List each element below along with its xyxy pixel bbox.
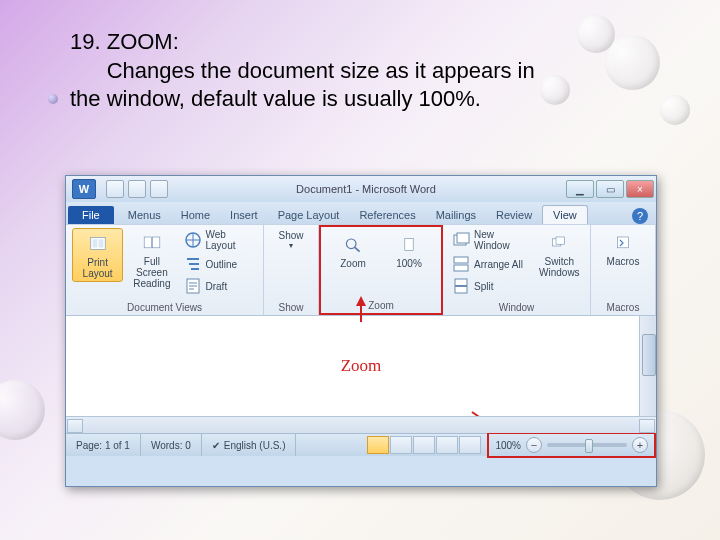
group-label-show: Show	[270, 300, 312, 313]
print-layout-button[interactable]: Print Layout	[72, 228, 123, 282]
zoom-100-label: 100%	[396, 258, 422, 269]
horizontal-scrollbar[interactable]	[66, 416, 656, 433]
zoom-callout-label: Zoom	[341, 356, 382, 376]
tab-view[interactable]: View	[542, 205, 588, 224]
split-button[interactable]: Split	[449, 276, 531, 296]
proofing-icon: ✔	[212, 440, 220, 451]
switch-windows-button[interactable]: Switch Windows	[535, 228, 584, 280]
status-zoom: 100% − +	[487, 432, 656, 458]
show-button[interactable]: Show ▾	[270, 228, 312, 252]
macros-icon	[608, 230, 638, 256]
status-page[interactable]: Page: 1 of 1	[66, 434, 141, 456]
page-100-icon	[394, 232, 424, 258]
svg-line-8	[355, 247, 360, 251]
split-icon	[452, 277, 470, 295]
draft-icon	[184, 277, 202, 295]
show-label: Show	[279, 230, 304, 241]
svg-rect-2	[98, 239, 103, 247]
switch-windows-icon	[544, 230, 574, 256]
view-print-layout-icon[interactable]	[367, 436, 389, 454]
view-web-icon[interactable]	[413, 436, 435, 454]
zoom-slider-thumb[interactable]	[585, 439, 593, 453]
zoom-out-button[interactable]: −	[526, 437, 542, 453]
qat-undo-icon[interactable]	[128, 180, 146, 198]
svg-rect-17	[556, 237, 564, 244]
tab-review[interactable]: Review	[486, 206, 542, 224]
zoom-100-button[interactable]: 100%	[383, 230, 435, 271]
outline-label: Outline	[206, 259, 238, 270]
arrange-all-button[interactable]: Arrange All	[449, 254, 531, 274]
tab-references[interactable]: References	[349, 206, 425, 224]
svg-rect-12	[454, 257, 468, 263]
svg-rect-13	[454, 265, 468, 271]
tab-home[interactable]: Home	[171, 206, 220, 224]
arrange-all-label: Arrange All	[474, 259, 523, 270]
draft-label: Draft	[206, 281, 228, 292]
close-button[interactable]: ×	[626, 180, 654, 198]
web-layout-icon	[184, 231, 202, 249]
macros-label: Macros	[607, 256, 640, 267]
status-words[interactable]: Words: 0	[141, 434, 202, 456]
magnifier-icon	[338, 232, 368, 258]
title-bar: W Document1 - Microsoft Word ▁ ▭ ×	[66, 176, 656, 202]
tab-page-layout[interactable]: Page Layout	[268, 206, 350, 224]
qat-redo-icon[interactable]	[150, 180, 168, 198]
group-document-views: Print Layout Full Screen Reading Web Lay…	[66, 225, 264, 315]
group-macros: Macros Macros	[591, 225, 656, 315]
group-zoom: Zoom 100% Zoom	[319, 225, 443, 315]
outline-button[interactable]: Outline	[181, 254, 258, 274]
macros-button[interactable]: Macros	[597, 228, 649, 269]
svg-rect-11	[457, 233, 469, 243]
help-icon[interactable]: ?	[632, 208, 648, 224]
group-label-zoom: Zoom	[327, 298, 435, 311]
switch-windows-label: Switch Windows	[537, 256, 582, 278]
group-label-document-views: Document Views	[72, 300, 257, 313]
bubble-decoration	[540, 75, 570, 105]
group-label-window: Window	[449, 300, 584, 313]
document-area: Zoom	[66, 315, 656, 416]
tab-menus[interactable]: Menus	[118, 206, 171, 224]
status-language-label: English (U.S.)	[224, 440, 286, 451]
new-window-button[interactable]: New Window	[449, 228, 531, 252]
group-label-macros: Macros	[597, 300, 649, 313]
status-language[interactable]: ✔ English (U.S.)	[202, 434, 297, 456]
slide-body: Changes the document size as it appears …	[70, 58, 535, 112]
web-layout-button[interactable]: Web Layout	[181, 228, 258, 252]
svg-point-7	[346, 239, 356, 249]
arrow-up-icon	[351, 296, 371, 324]
zoom-button[interactable]: Zoom	[327, 230, 379, 271]
print-layout-icon	[83, 231, 113, 257]
slide-text: 19. ZOOM: Changes the document size as i…	[70, 28, 540, 114]
qat-save-icon[interactable]	[106, 180, 124, 198]
draft-button[interactable]: Draft	[181, 276, 258, 296]
view-outline-icon[interactable]	[436, 436, 458, 454]
full-screen-icon	[137, 230, 167, 256]
svg-rect-9	[405, 238, 413, 250]
scrollbar-thumb[interactable]	[642, 334, 656, 376]
full-screen-reading-button[interactable]: Full Screen Reading	[127, 228, 176, 291]
vertical-scrollbar[interactable]	[639, 316, 656, 416]
view-draft-icon[interactable]	[459, 436, 481, 454]
svg-rect-1	[92, 239, 97, 247]
tab-insert[interactable]: Insert	[220, 206, 268, 224]
zoom-slider[interactable]	[547, 443, 627, 447]
tab-file[interactable]: File	[68, 206, 114, 224]
bubble-decoration	[660, 95, 690, 125]
svg-rect-4	[152, 237, 159, 248]
zoom-in-button[interactable]: +	[632, 437, 648, 453]
slide-heading: 19. ZOOM:	[70, 29, 179, 54]
bubble-decoration	[605, 35, 660, 90]
bullet-icon	[48, 94, 58, 104]
group-show: Show ▾ Show	[264, 225, 319, 315]
minimize-button[interactable]: ▁	[566, 180, 594, 198]
bubble-decoration	[577, 15, 615, 53]
new-window-label: New Window	[474, 229, 528, 251]
maximize-button[interactable]: ▭	[596, 180, 624, 198]
svg-rect-3	[144, 237, 151, 248]
status-zoom-pct[interactable]: 100%	[495, 440, 521, 451]
tab-mailings[interactable]: Mailings	[426, 206, 486, 224]
view-full-screen-icon[interactable]	[390, 436, 412, 454]
svg-marker-20	[356, 296, 366, 306]
view-shortcut-buttons	[367, 436, 481, 454]
bubble-decoration	[0, 380, 45, 440]
